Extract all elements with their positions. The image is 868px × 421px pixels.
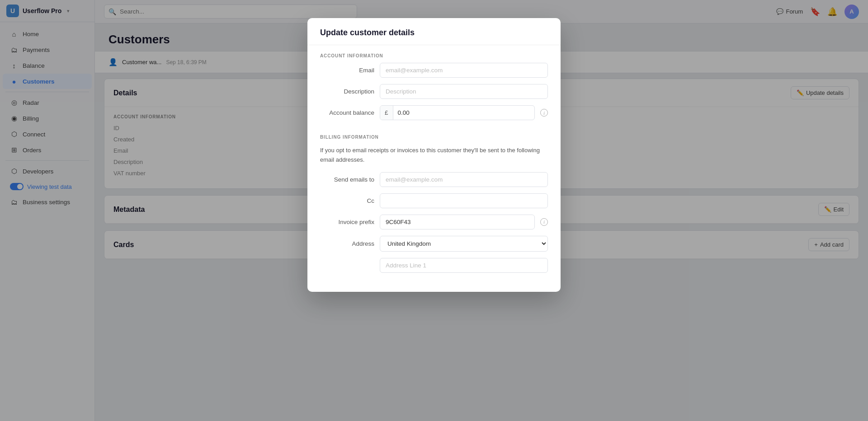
address-line1-form-row [320, 258, 548, 273]
currency-prefix: £ [380, 106, 393, 120]
update-customer-modal: Update customer details ACCOUNT INFORMAT… [307, 18, 561, 292]
modal-overlay[interactable]: Update customer details ACCOUNT INFORMAT… [95, 0, 868, 421]
address-label: Address [320, 240, 374, 247]
balance-input[interactable] [393, 106, 534, 120]
address-country-select[interactable]: United Kingdom United States France Germ… [380, 236, 548, 252]
invoice-prefix-form-row: Invoice prefix i [320, 215, 548, 229]
invoice-prefix-label: Invoice prefix [320, 219, 374, 225]
balance-form-row: Account balance £ i [320, 105, 548, 120]
balance-form-label: Account balance [320, 109, 374, 116]
modal-body: ACCOUNT INFORMATION Email Description Ac… [307, 45, 561, 292]
description-form-label: Description [320, 88, 374, 95]
billing-info-text: If you opt to email receipts or invoices… [320, 146, 548, 165]
account-info-section-label: ACCOUNT INFORMATION [320, 45, 548, 63]
email-input[interactable] [380, 63, 548, 78]
address-line1-input[interactable] [380, 258, 548, 273]
billing-info-section-label: BILLING INFORMATION [320, 126, 548, 144]
invoice-prefix-input[interactable] [380, 215, 535, 229]
balance-input-wrap: £ [380, 105, 535, 120]
send-emails-form-row: Send emails to [320, 172, 548, 187]
send-emails-input[interactable] [380, 172, 548, 187]
modal-header: Update customer details [307, 18, 561, 45]
invoice-info-icon[interactable]: i [540, 218, 548, 226]
main-content: 🔍 💬 Forum 🔖 🔔 A Customers 👤 Customer wa.… [95, 0, 868, 421]
email-form-label: Email [320, 67, 374, 74]
balance-info-icon[interactable]: i [540, 109, 548, 117]
description-input[interactable] [380, 84, 548, 99]
cc-label: Cc [320, 197, 374, 204]
address-form-row: Address United Kingdom United States Fra… [320, 236, 548, 252]
cc-form-row: Cc [320, 193, 548, 208]
send-emails-label: Send emails to [320, 176, 374, 183]
modal-title: Update customer details [320, 28, 548, 37]
description-form-row: Description [320, 84, 548, 99]
email-form-row: Email [320, 63, 548, 78]
cc-input[interactable] [380, 193, 548, 208]
